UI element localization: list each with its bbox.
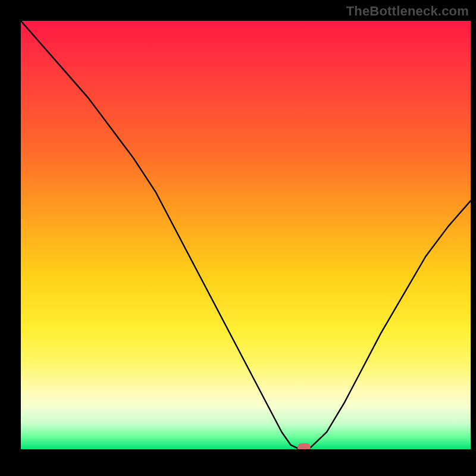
- plot-area: [21, 21, 471, 449]
- chart-frame: TheBottleneck.com: [0, 0, 476, 476]
- optimal-point-marker: [298, 443, 311, 449]
- watermark-text: TheBottleneck.com: [346, 4, 469, 19]
- bottleneck-curve: [21, 21, 471, 449]
